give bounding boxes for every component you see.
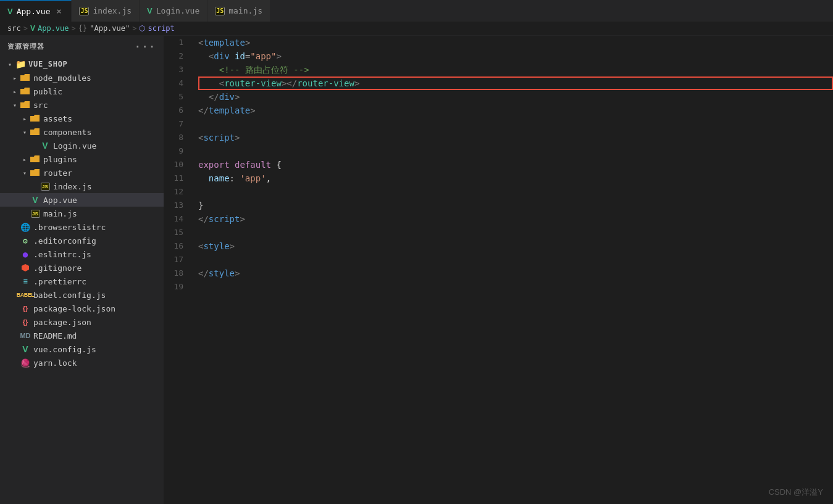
sidebar-item-login_vue[interactable]: VLogin.vue: [0, 139, 164, 152]
md-icon: MD: [20, 330, 31, 341]
no-arrow: [10, 317, 20, 327]
sidebar-item-yarn_lock[interactable]: 🧶yarn.lock: [0, 356, 164, 370]
code-line-4: 4 <router-view></router-view>: [164, 76, 833, 90]
tab-main_js[interactable]: JSmain.js: [207, 0, 270, 22]
prettier-icon: ≡: [20, 276, 31, 287]
tree-item-label: Login.vue: [53, 141, 164, 151]
root-label: VUE_SHOP: [28, 60, 164, 68]
tree-item-label: .editorconfig: [33, 236, 164, 246]
breadcrumb-item: {}: [78, 24, 87, 33]
sidebar-more-button[interactable]: ···: [135, 41, 156, 52]
code-line-5: 5 </div>: [164, 90, 833, 104]
sidebar-item-vue_config[interactable]: Vvue.config.js: [0, 342, 164, 356]
folder-icon: [30, 154, 41, 165]
line-number: 16: [164, 239, 193, 253]
line-content: <script>: [193, 131, 833, 144]
code-line-1: 1<template>: [164, 36, 833, 49]
vueconfig-icon: V: [20, 344, 31, 355]
expand-arrow: [5, 59, 15, 69]
sidebar-item-package_lock[interactable]: {}package-lock.json: [0, 302, 164, 315]
expand-arrow: [10, 86, 20, 96]
tree-item-label: public: [33, 87, 164, 96]
line-content: </template>: [193, 104, 833, 117]
code-line-3: 3 <!-- 路由占位符 -->: [164, 63, 833, 76]
tab-index_js[interactable]: JSindex.js: [72, 0, 140, 22]
tree-item-label: node_modules: [33, 73, 164, 83]
code-line-6: 6</template>: [164, 104, 833, 117]
sidebar-item-readme_md[interactable]: MDREADME.md: [0, 329, 164, 342]
sidebar-header: 资源管理器 ···: [0, 36, 164, 57]
breadcrumb-item: ⬡: [139, 24, 145, 33]
tree-item-label: yarn.lock: [33, 358, 164, 368]
breadcrumb-item: >: [23, 24, 28, 33]
line-number: 2: [164, 49, 193, 63]
sidebar-item-gitignore[interactable]: .gitignore: [0, 261, 164, 275]
no-arrow: [10, 236, 20, 246]
code-line-10: 10export default {: [164, 158, 833, 171]
sidebar-item-public[interactable]: public: [0, 85, 164, 98]
sidebar-item-router[interactable]: router: [0, 166, 164, 180]
no-arrow: [30, 141, 40, 151]
line-content: <!-- 路由占位符 -->: [193, 63, 833, 76]
tab-label: App.vue: [17, 7, 51, 16]
line-content: </style>: [193, 266, 833, 280]
expand-arrow: [10, 73, 20, 83]
line-number: 9: [164, 144, 193, 158]
expand-arrow: [20, 154, 30, 164]
sidebar-item-components[interactable]: components: [0, 125, 164, 139]
sidebar-item-browserslistrc[interactable]: 🌐.browserslistrc: [0, 220, 164, 234]
line-content: </div>: [193, 90, 833, 104]
sidebar-item-package_json[interactable]: {}package.json: [0, 315, 164, 329]
folder-icon: [20, 86, 31, 97]
tab-close-button[interactable]: ×: [54, 6, 64, 16]
code-editor[interactable]: 1<template>2 <div id="app">3 <!-- 路由占位符 …: [164, 36, 833, 504]
code-content: 1<template>2 <div id="app">3 <!-- 路由占位符 …: [164, 36, 833, 504]
line-number: 14: [164, 212, 193, 226]
tree-item-label: package-lock.json: [33, 304, 164, 313]
sidebar-item-node_modules[interactable]: node_modules: [0, 71, 164, 85]
line-content: <div id="app">: [193, 49, 833, 63]
line-number: 5: [164, 90, 193, 104]
expand-arrow: [20, 127, 30, 137]
tab-app_vue[interactable]: VApp.vue×: [0, 0, 72, 22]
code-line-2: 2 <div id="app">: [164, 49, 833, 63]
line-number: 8: [164, 131, 193, 144]
no-arrow: [10, 249, 20, 259]
no-arrow: [10, 358, 20, 368]
code-line-18: 18</style>: [164, 266, 833, 280]
sidebar-item-app_vue[interactable]: VApp.vue: [0, 193, 164, 207]
tab-bar: VApp.vue×JSindex.jsVLogin.vueJSmain.js: [0, 0, 833, 22]
line-number: 13: [164, 199, 193, 212]
line-number: 7: [164, 117, 193, 131]
tab-login_vue[interactable]: VLogin.vue: [140, 0, 207, 22]
sidebar-item-vue-shop-root[interactable]: 📁 VUE_SHOP: [0, 57, 164, 71]
line-content: <router-view></router-view>: [193, 76, 833, 90]
sidebar-title-label: 资源管理器: [7, 42, 44, 51]
line-content: }: [193, 199, 833, 212]
line-number: 11: [164, 171, 193, 185]
tab-label: main.js: [228, 6, 262, 15]
no-arrow: [10, 263, 20, 273]
vue-icon: V: [147, 6, 153, 15]
sidebar-item-main_js[interactable]: JSmain.js: [0, 207, 164, 220]
line-content: export default {: [193, 158, 833, 171]
expand-arrow: [10, 100, 20, 110]
vue-icon: V: [30, 194, 41, 205]
line-number: 4: [164, 76, 193, 90]
sidebar-item-router_index[interactable]: JSindex.js: [0, 180, 164, 193]
tree-item-label: vue.config.js: [33, 345, 164, 354]
no-arrow: [20, 195, 30, 205]
sidebar-item-eslintrc[interactable]: ●.eslintrc.js: [0, 247, 164, 261]
line-number: 1: [164, 36, 193, 49]
sidebar-item-src[interactable]: src: [0, 98, 164, 112]
no-arrow: [10, 331, 20, 341]
sidebar-item-assets[interactable]: assets: [0, 112, 164, 125]
sidebar-item-plugins[interactable]: plugins: [0, 152, 164, 166]
folder-icon: [30, 113, 41, 124]
tree-item-label: index.js: [53, 182, 164, 191]
folder-icon: [30, 167, 41, 178]
sidebar-item-prettierrc[interactable]: ≡.prettierrc: [0, 275, 164, 288]
code-line-13: 13}: [164, 199, 833, 212]
sidebar-item-babel_config[interactable]: BABELbabel.config.js: [0, 288, 164, 302]
sidebar-item-editorconfig[interactable]: ⚙.editorconfig: [0, 234, 164, 247]
